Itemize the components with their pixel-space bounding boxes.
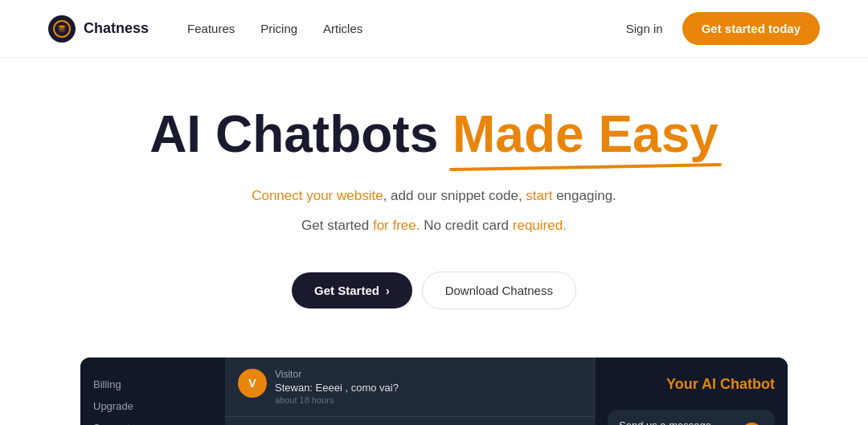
navbar: Chatness Features Pricing Articles Sign … [0, 0, 868, 58]
sidebar-upgrade[interactable]: Upgrade [93, 395, 212, 417]
logo[interactable]: Chatness [48, 15, 149, 43]
sign-in-button[interactable]: Sign in [626, 22, 663, 35]
chat-list: V Visitor Stewan: Eeeei , como vai? abou… [225, 358, 595, 425]
hero-cta: Get Started › Download Chatness [292, 272, 576, 309]
preview-section: Billing Upgrade Support V Visitor Stewan… [80, 358, 788, 425]
brand-name: Chatness [84, 20, 149, 37]
hero-title: AI Chatbots Made Easy [149, 106, 719, 162]
sidebar-billing[interactable]: Billing [93, 374, 212, 395]
chat-time-0: about 18 hours [275, 395, 581, 405]
arrow-icon: › [386, 284, 390, 297]
hero-subtitle-2: Get started for free. No credit card req… [252, 215, 616, 238]
nav-features[interactable]: Features [187, 22, 235, 35]
sidebar-support[interactable]: Support [93, 417, 212, 425]
chat-message-0: Stewan: Eeeei , como vai? [275, 382, 581, 394]
get-started-hero-button[interactable]: Get Started › [292, 272, 412, 309]
chat-item-1[interactable]: V Visitor Stewan: Hey! about 18 hours [225, 417, 594, 425]
chat-item-0[interactable]: V Visitor Stewan: Eeeei , como vai? abou… [225, 358, 594, 417]
hero-subtitle-1: Connect your website, add our snippet co… [252, 185, 616, 208]
navbar-right: Sign in Get started today [626, 12, 820, 45]
get-started-top-button[interactable]: Get started today [682, 12, 820, 45]
hero-title-highlight: Made Easy [452, 106, 719, 162]
nav-links: Features Pricing Articles [187, 22, 362, 35]
nav-articles[interactable]: Articles [323, 22, 362, 35]
chat-bubble-row: Send us a message We typically reply in … [619, 419, 764, 425]
preview-sidebar: Billing Upgrade Support [80, 358, 225, 425]
chat-content-0: Visitor Stewan: Eeeei , como vai? about … [275, 369, 581, 405]
underline-decoration [444, 166, 727, 177]
widget-preview: Your AI Chatbot Send us a message We typ… [595, 358, 788, 425]
widget-header: Your AI Chatbot [666, 374, 775, 394]
bubble-title: Send us a message [619, 419, 740, 425]
hero-section: AI Chatbots Made Easy Connect your websi… [0, 58, 868, 341]
download-chatness-button[interactable]: Download Chatness [422, 272, 576, 309]
logo-icon [48, 15, 76, 43]
nav-pricing[interactable]: Pricing [260, 22, 297, 35]
avatar-0: V [238, 369, 267, 398]
navbar-left: Chatness Features Pricing Articles [48, 15, 362, 43]
chat-role-0: Visitor [275, 369, 581, 380]
chat-bubble: Send us a message We typically reply in … [608, 410, 775, 425]
bubble-text-group: Send us a message We typically reply in … [619, 419, 740, 425]
hero-title-part1: AI Chatbots [149, 105, 452, 163]
